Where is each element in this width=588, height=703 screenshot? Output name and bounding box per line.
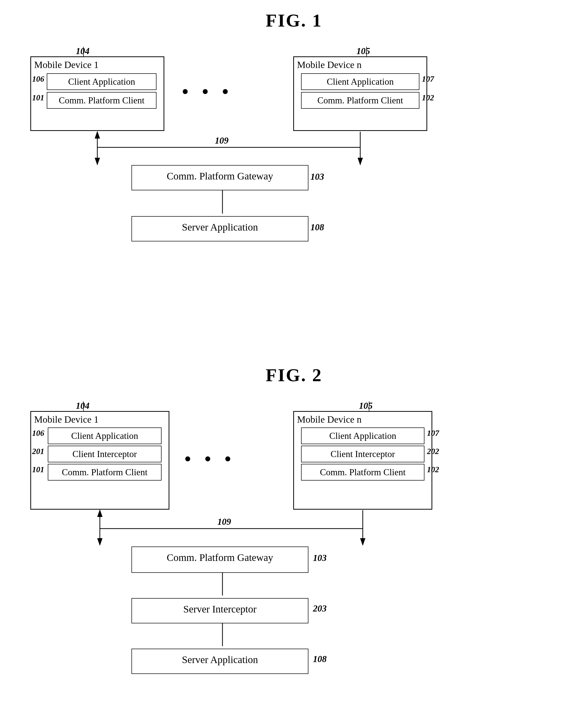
client-interceptor-box-1-fig2: Client Interceptor xyxy=(48,446,161,462)
ref-101-fig1: 101 xyxy=(32,93,44,102)
device1-fig1-label: Mobile Device 1 xyxy=(31,57,163,71)
gateway-box-fig1: Comm. Platform Gateway xyxy=(132,165,308,190)
svg-text:109: 109 xyxy=(215,136,228,146)
comm-platform-client-label-1-fig1: Comm. Platform Client xyxy=(59,95,145,105)
server-app-label-fig2: Server Application xyxy=(132,649,308,670)
gateway-label-fig1: Comm. Platform Gateway xyxy=(132,166,308,186)
ref-201-fig2: 201 xyxy=(32,447,44,456)
svg-text:103: 103 xyxy=(310,172,324,182)
comm-platform-client-box-n-fig1: Comm. Platform Client xyxy=(301,92,419,109)
deviceN-fig1-label: Mobile Device n xyxy=(294,57,427,71)
ref-102-fig2: 102 xyxy=(427,465,439,474)
server-interceptor-box-fig2: Server Interceptor xyxy=(132,598,308,623)
fig1-diagram: 104 Mobile Device 1 106 Client Applicati… xyxy=(15,41,573,344)
client-app-label-n-fig1: Client Application xyxy=(327,77,394,87)
client-interceptor-label-n-fig2: Client Interceptor xyxy=(330,449,395,459)
gateway-label-fig2: Comm. Platform Gateway xyxy=(132,547,308,568)
client-app-box-1-fig1: Client Application xyxy=(47,73,156,90)
ref-106-fig1: 106 xyxy=(32,74,44,84)
dots-fig1: • • • xyxy=(182,81,233,102)
ref-105-fig2: 105 xyxy=(359,400,373,411)
device1-fig2-label: Mobile Device 1 xyxy=(31,412,169,426)
ref-101-fig2: 101 xyxy=(32,465,44,474)
device-box-n-fig1: Mobile Device n Client Application 107 C… xyxy=(293,56,427,131)
device-box-1-fig2: Mobile Device 1 106 Client Application 2… xyxy=(30,411,169,510)
deviceN-fig2-label: Mobile Device n xyxy=(294,412,432,426)
svg-text:103: 103 xyxy=(313,553,326,563)
ref-104-fig1: 104 xyxy=(76,46,89,56)
ref-104-fig2: 104 xyxy=(76,400,89,411)
device-box-n-fig2: Mobile Device n Client Application 107 C… xyxy=(293,411,432,510)
dots-fig2: • • • xyxy=(185,449,236,469)
comm-platform-client-box-1-fig2: Comm. Platform Client xyxy=(48,464,161,480)
svg-text:108: 108 xyxy=(313,654,326,664)
client-interceptor-label-1-fig2: Client Interceptor xyxy=(73,449,137,459)
comm-platform-client-label-n-fig2: Comm. Platform Client xyxy=(320,467,406,477)
fig2-title: FIG. 2 xyxy=(15,365,573,386)
ref-202-fig2: 202 xyxy=(427,447,439,456)
comm-platform-client-label-1-fig2: Comm. Platform Client xyxy=(62,467,148,477)
gateway-box-fig2: Comm. Platform Gateway xyxy=(132,547,308,573)
client-interceptor-box-n-fig2: Client Interceptor xyxy=(301,446,425,462)
server-app-label-fig1: Server Application xyxy=(132,217,308,238)
client-app-label-1-fig2: Client Application xyxy=(71,431,138,441)
ref-106-fig2: 106 xyxy=(32,428,44,438)
comm-platform-client-label-n-fig1: Comm. Platform Client xyxy=(317,95,403,105)
device-box-1-fig1: Mobile Device 1 106 Client Application 1… xyxy=(30,56,164,131)
ref-105-fig1: 105 xyxy=(356,46,370,56)
client-app-box-n-fig2: Client Application xyxy=(301,427,425,444)
svg-text:109: 109 xyxy=(217,517,231,527)
fig2-diagram: 104 Mobile Device 1 106 Client Applicati… xyxy=(15,396,573,703)
server-app-box-fig2: Server Application xyxy=(132,649,308,674)
svg-text:203: 203 xyxy=(313,603,326,614)
ref-102-fig1: 102 xyxy=(422,93,434,102)
server-app-box-fig1: Server Application xyxy=(132,216,308,241)
server-interceptor-label-fig2: Server Interceptor xyxy=(132,599,308,620)
svg-text:108: 108 xyxy=(310,222,324,232)
comm-platform-client-box-n-fig2: Comm. Platform Client xyxy=(301,464,425,480)
client-app-label-1-fig1: Client Application xyxy=(68,77,135,87)
client-app-box-1-fig2: Client Application xyxy=(48,427,161,444)
comm-platform-client-box-1-fig1: Comm. Platform Client xyxy=(47,92,156,109)
client-app-label-n-fig2: Client Application xyxy=(329,431,396,441)
ref-107-fig2: 107 xyxy=(427,428,439,438)
ref-107-fig1: 107 xyxy=(422,74,434,84)
fig1-title: FIG. 1 xyxy=(15,10,573,31)
client-app-box-n-fig1: Client Application xyxy=(301,73,419,90)
